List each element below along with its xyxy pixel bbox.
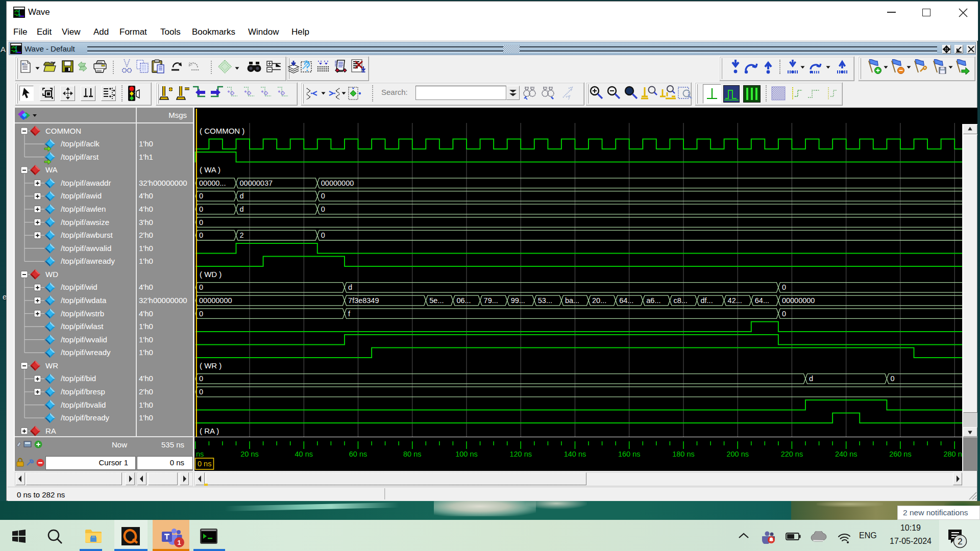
svg-text:160 ns: 160 ns <box>618 450 641 458</box>
svg-text:( COMMON ): ( COMMON ) <box>200 127 244 135</box>
svg-text:( RA ): ( RA ) <box>200 427 219 435</box>
svg-text:99...: 99... <box>511 296 525 305</box>
svg-text:220 ns: 220 ns <box>781 450 803 458</box>
svg-text:0: 0 <box>199 205 203 213</box>
svg-text:0: 0 <box>782 310 786 318</box>
svg-text:/top/pif/awburst: /top/pif/awburst <box>61 231 113 239</box>
svg-text:( WR ): ( WR ) <box>200 361 222 370</box>
svg-text:00000000: 00000000 <box>321 179 354 187</box>
svg-text:0: 0 <box>199 283 203 291</box>
svg-text:64...: 64... <box>755 296 769 305</box>
svg-text:ns: ns <box>196 450 204 458</box>
svg-text:20...: 20... <box>592 296 606 305</box>
svg-text:00000000: 00000000 <box>782 296 815 305</box>
svg-text:/top/pif/bid: /top/pif/bid <box>61 374 96 383</box>
svg-text:260 ns: 260 ns <box>889 450 912 458</box>
svg-text:140 ns: 140 ns <box>564 450 586 458</box>
svg-text:0: 0 <box>199 388 203 396</box>
svg-text:200 ns: 200 ns <box>726 450 749 458</box>
svg-text:64...: 64... <box>619 296 633 305</box>
svg-text:/top/pif/wstrb: /top/pif/wstrb <box>61 309 104 318</box>
svg-text:2: 2 <box>958 537 962 546</box>
svg-text:120 ns: 120 ns <box>509 450 532 458</box>
svg-text:/top/pif/arst: /top/pif/arst <box>61 153 99 161</box>
svg-text:42...: 42... <box>728 296 742 305</box>
svg-text:2: 2 <box>240 231 244 239</box>
svg-text:7f3e8349: 7f3e8349 <box>348 296 379 305</box>
svg-text:/top/pif/awid: /top/pif/awid <box>61 191 102 200</box>
svg-text:/top/pif/wlast: /top/pif/wlast <box>61 322 104 331</box>
svg-text:0 ns: 0 ns <box>198 460 211 468</box>
svg-text:0: 0 <box>199 310 203 318</box>
svg-text:ba...: ba... <box>565 296 579 305</box>
svg-text:d: d <box>240 192 244 200</box>
svg-text:0: 0 <box>321 231 325 239</box>
svg-text:00000000: 00000000 <box>199 296 232 305</box>
svg-text:( WD ): ( WD ) <box>200 270 222 279</box>
svg-text:0: 0 <box>782 283 786 291</box>
svg-text:/top/pif/awsize: /top/pif/awsize <box>61 218 109 227</box>
svg-text:0: 0 <box>321 205 325 213</box>
svg-text:c8...: c8... <box>673 296 687 305</box>
svg-text:60 ns: 60 ns <box>349 450 367 458</box>
svg-text:/top/pif/wvalid: /top/pif/wvalid <box>61 335 107 344</box>
svg-text:( WA ): ( WA ) <box>200 165 220 174</box>
svg-text:a6...: a6... <box>646 296 660 305</box>
svg-text:RA: RA <box>45 427 56 435</box>
svg-text:240 ns: 240 ns <box>835 450 857 458</box>
svg-text:COMMON: COMMON <box>45 127 81 135</box>
svg-text:80 ns: 80 ns <box>403 450 421 458</box>
svg-text:0: 0 <box>199 231 203 239</box>
svg-text:/top/pif/bresp: /top/pif/bresp <box>61 387 105 396</box>
svg-text:WD: WD <box>45 270 58 279</box>
svg-text:00000037: 00000037 <box>240 179 273 187</box>
svg-text:/top/pif/awaddr: /top/pif/awaddr <box>61 179 111 187</box>
svg-text:d: d <box>240 205 244 213</box>
svg-text:79...: 79... <box>484 296 498 305</box>
svg-text:/top/pif/wdata: /top/pif/wdata <box>61 296 107 305</box>
svg-text:53...: 53... <box>538 296 552 305</box>
svg-text:1: 1 <box>177 539 181 546</box>
svg-text:/top/pif/bready: /top/pif/bready <box>61 413 110 422</box>
svg-text:0: 0 <box>199 192 203 200</box>
svg-text:5e...: 5e... <box>429 296 444 305</box>
svg-text:d: d <box>348 283 352 291</box>
svg-text:100 ns: 100 ns <box>455 450 478 458</box>
svg-text:/top/pif/awready: /top/pif/awready <box>61 257 115 265</box>
svg-text:06...: 06... <box>456 296 471 305</box>
svg-text:/top/pif/awvalid: /top/pif/awvalid <box>61 244 111 253</box>
svg-text:180 ns: 180 ns <box>672 450 695 458</box>
svg-text:/top/pif/wready: /top/pif/wready <box>61 348 111 357</box>
svg-text:0: 0 <box>199 218 203 227</box>
svg-text:d: d <box>809 374 813 383</box>
svg-text:0: 0 <box>321 192 325 200</box>
svg-text:df...: df... <box>701 296 713 305</box>
svg-text:280 ns: 280 ns <box>943 450 962 458</box>
svg-text:WR: WR <box>45 361 58 370</box>
svg-text:WA: WA <box>45 165 58 174</box>
svg-text:/top/pif/bvalid: /top/pif/bvalid <box>61 400 106 409</box>
svg-text:20 ns: 20 ns <box>240 450 258 458</box>
svg-text:00000...: 00000... <box>199 179 226 187</box>
svg-text:/top/pif/awlen: /top/pif/awlen <box>61 205 106 213</box>
svg-text:/top/pif/aclk: /top/pif/aclk <box>61 139 100 148</box>
svg-text:40 ns: 40 ns <box>295 450 313 458</box>
svg-text:/top/pif/wid: /top/pif/wid <box>61 283 97 291</box>
svg-text:0: 0 <box>199 374 203 383</box>
svg-text:0: 0 <box>890 374 894 383</box>
